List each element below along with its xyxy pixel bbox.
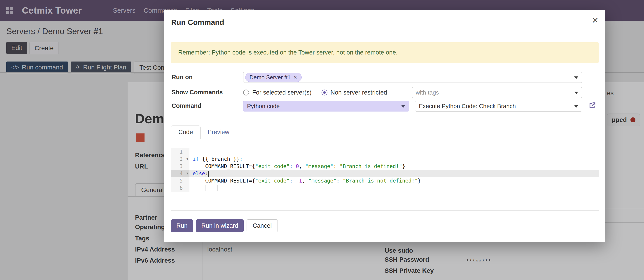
command-label: Command [172, 102, 202, 109]
close-icon[interactable]: × [592, 15, 598, 25]
code-line[interactable]: COMMAND_RESULT={"exit_code": -1, "messag… [190, 177, 598, 184]
tab-preview[interactable]: Preview [200, 125, 237, 139]
external-link-icon[interactable] [588, 101, 596, 110]
alert-text: Remember: Python code is executed on the… [178, 49, 398, 56]
run-on-label: Run on [172, 74, 192, 81]
gutter-cell: 3 [171, 163, 190, 170]
gutter-cell: 2▾ [171, 155, 190, 163]
indent-guide [218, 185, 218, 191]
radio-for-selected-servers[interactable] [243, 90, 249, 95]
chevron-down-icon [401, 105, 405, 108]
run-on-select[interactable]: Demo Server #1 ✕ [243, 72, 582, 83]
fold-icon[interactable]: ▾ [186, 170, 188, 177]
code-line[interactable] [190, 184, 598, 192]
radio-for-selected-servers-label: For selected server(s) [252, 89, 312, 96]
code-line[interactable]: COMMAND_RESULT={"exit_code": 0, "message… [190, 163, 598, 170]
indent-guide [205, 185, 206, 191]
gutter-cell: 6 [171, 184, 190, 192]
show-commands-label: Show Commands [172, 89, 223, 96]
chevron-down-icon [574, 105, 578, 108]
python-warning-alert: Remember: Python code is executed on the… [171, 42, 598, 63]
command-select[interactable]: Execute Python Code: Check Branch [415, 101, 582, 111]
radio-non-server-restricted[interactable] [322, 90, 328, 95]
editor-gutter: 12▾34▾56 [171, 148, 190, 192]
text-cursor [208, 171, 209, 177]
code-editor[interactable]: 12▾34▾56 if {{ branch }}: COMMAND_RESULT… [171, 148, 598, 192]
remove-tag-icon[interactable]: ✕ [293, 75, 298, 80]
radio-non-server-restricted-label: Non server restricted [330, 89, 387, 96]
gutter-cell: 5 [171, 177, 190, 184]
show-commands-radio-group: For selected server(s) Non server restri… [243, 87, 397, 98]
tab-code[interactable]: Code [171, 125, 200, 139]
command-type-select[interactable]: Python code [243, 101, 409, 111]
screen: Cetmix Tower ServersCommandsFilesToolsSe… [0, 0, 644, 280]
tags-filter-select[interactable]: with tags [412, 87, 582, 98]
code-line[interactable] [190, 148, 598, 155]
editor-tabs: Code Preview [171, 125, 598, 139]
fold-icon[interactable]: ▾ [186, 155, 188, 163]
run-in-wizard-button[interactable]: Run in wizard [196, 219, 244, 232]
editor-lines: if {{ branch }}: COMMAND_RESULT={"exit_c… [190, 148, 598, 192]
chevron-down-icon [574, 92, 578, 94]
code-line[interactable]: if {{ branch }}: [190, 155, 598, 163]
cancel-button[interactable]: Cancel [246, 219, 278, 232]
gutter-cell: 4▾ [171, 170, 190, 177]
chevron-down-icon [574, 76, 578, 79]
gutter-cell: 1 [171, 148, 190, 155]
run-button[interactable]: Run [171, 219, 193, 232]
dialog-title: Run Command [171, 18, 224, 27]
dialog-footer: Run Run in wizard Cancel [171, 210, 598, 211]
server-tag-chip: Demo Server #1 ✕ [245, 73, 302, 82]
run-command-dialog: Run Command × Remember: Python code is e… [164, 10, 606, 242]
code-line[interactable]: else: [190, 170, 598, 177]
